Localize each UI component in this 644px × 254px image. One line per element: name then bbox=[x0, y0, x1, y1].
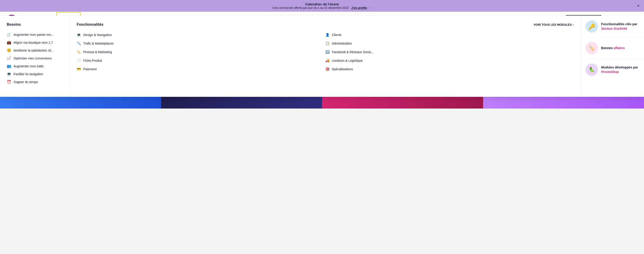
tag-icon: 🏷️ bbox=[77, 50, 81, 54]
besoins-title: Besoins bbox=[7, 22, 63, 26]
promo-accent-prestashop: PrestaShop bbox=[601, 70, 619, 74]
admin-icon: 📋 bbox=[326, 41, 330, 45]
target-icon: 🎯 bbox=[326, 67, 330, 71]
promo-text-bonnes-affaires: Bonnes affaires bbox=[601, 46, 625, 50]
fonc-label-promos: Promos & Marketing bbox=[83, 50, 112, 54]
fonc-label-trafic: Trafic & Marketplaces bbox=[83, 42, 114, 45]
person-icon: 👤 bbox=[326, 33, 330, 37]
fonc-item-facebook[interactable]: ↗️ Facebook & Réseaux Socia... bbox=[326, 48, 574, 56]
fonc-item-trafic[interactable]: 🔍 Trafic & Marketplaces bbox=[77, 39, 326, 48]
promo-text-modules-dev: Modules développés parPrestaShop bbox=[601, 65, 638, 74]
fonc-item-admin[interactable]: 📋 Administration bbox=[326, 39, 574, 48]
fonc-right-col: 👤 Clients 📋 Administration ↗️ Facebook &… bbox=[326, 31, 574, 73]
voir-tous-link[interactable]: VOIR TOUS LES MODULES › bbox=[534, 23, 574, 26]
dropdown-promo-col: 🔑 Fonctionnalités clés parSecteur d'acti… bbox=[581, 16, 644, 97]
banner-subtitle-text: Une commande offerte par jour du 1 au 31… bbox=[272, 6, 349, 9]
banner-title: Calendrier de l'Avent bbox=[9, 2, 635, 6]
fonc-item-fiche[interactable]: 📄 Fiche Produit bbox=[77, 56, 326, 65]
fonc-item-promos[interactable]: 🏷️ Promos & Marketing bbox=[77, 48, 326, 56]
promo-circle-deals: 🏷️ bbox=[586, 42, 598, 54]
file-icon: 📄 bbox=[77, 59, 81, 63]
promo-circle-keys: 🔑 bbox=[586, 20, 598, 33]
fonc-item-design[interactable]: 💻 Design & Navigation bbox=[77, 31, 326, 39]
besoins-item-6[interactable]: ⏰ Gagner du temps bbox=[7, 78, 63, 86]
fonc-left-col: 💻 Design & Navigation 🔍 Trafic & Marketp… bbox=[77, 31, 326, 73]
chevron-right-icon: › bbox=[573, 23, 574, 26]
smile-icon: 😊 bbox=[7, 48, 11, 52]
fonc-header: Fonctionnalités VOIR TOUS LES MODULES › bbox=[77, 22, 574, 26]
fonc-label-spec: Spécialisations bbox=[332, 67, 353, 71]
besoins-item-5[interactable]: 💻 Faciliter la navigation bbox=[7, 70, 63, 78]
laptop-icon: 💻 bbox=[7, 72, 11, 76]
mega-dropdown: Besoins 🛒 Augmenter mon panier mo... 💼 M… bbox=[0, 16, 644, 97]
dropdown-fonc-col: Fonctionnalités VOIR TOUS LES MODULES › … bbox=[70, 16, 581, 97]
besoins-label-2: Améliorer la satisfaction cli... bbox=[14, 49, 54, 52]
search-icon: 🔍 bbox=[77, 41, 81, 45]
fonc-item-paiement[interactable]: 💳 Paiement bbox=[77, 65, 326, 73]
besoins-item-3[interactable]: 📈 Optimiser mes conversions bbox=[7, 54, 63, 62]
fonc-label-facebook: Facebook & Réseaux Socia... bbox=[332, 50, 374, 54]
promo-item-bonnes-affaires[interactable]: 🏷️ Bonnes affaires bbox=[581, 37, 644, 59]
fonc-label-paiement: Paiement bbox=[83, 67, 96, 71]
banner-subtitle: Une commande offerte par jour du 1 au 31… bbox=[9, 6, 635, 9]
key-icon: 🔑 bbox=[588, 23, 595, 30]
promo-item-fonc-cles[interactable]: 🔑 Fonctionnalités clés parSecteur d'acti… bbox=[581, 16, 644, 37]
top-banner: Calendrier de l'Avent Une commande offer… bbox=[0, 0, 644, 12]
fonc-label-livraison: Livraison & Logistique bbox=[332, 59, 363, 62]
card-icon: 💳 bbox=[77, 67, 81, 71]
users-icon: 👥 bbox=[7, 64, 11, 68]
monitor-icon: 💻 bbox=[77, 33, 81, 37]
banner-arrow: → bbox=[369, 6, 372, 9]
promo-circle-ps: 🦜 bbox=[586, 64, 598, 76]
promo-accent-secteur: Secteur d'activité bbox=[601, 27, 627, 30]
fonc-label-clients: Clients bbox=[332, 33, 342, 37]
fonc-label-design: Design & Navigation bbox=[83, 33, 112, 37]
besoins-label-3: Optimiser mes conversions bbox=[14, 57, 52, 60]
besoins-item-0[interactable]: 🛒 Augmenter mon panier mo... bbox=[7, 31, 63, 38]
clock-icon: ⏰ bbox=[7, 80, 11, 84]
fonc-label-fiche: Fiche Produit bbox=[83, 59, 102, 62]
fonc-item-spec[interactable]: 🎯 Spécialisations bbox=[326, 65, 574, 73]
besoins-label-5: Faciliter la navigation bbox=[14, 72, 43, 76]
voir-tous-text: VOIR TOUS LES MODULES bbox=[534, 23, 572, 26]
deal-icon: 🏷️ bbox=[589, 45, 595, 51]
truck-icon: 🚚 bbox=[326, 59, 330, 63]
besoins-item-4[interactable]: 👥 Augmenter mon trafic bbox=[7, 62, 63, 70]
besoins-item-1[interactable]: 💼 Migrer ma boutique vers 1.7 bbox=[7, 38, 63, 46]
besoins-label-6: Gagner du temps bbox=[14, 80, 38, 84]
banner-close-button[interactable]: × bbox=[637, 3, 640, 8]
banner-link[interactable]: J'en profite bbox=[351, 6, 367, 9]
besoins-label-4: Augmenter mon trafic bbox=[14, 64, 44, 68]
chart-icon: 📈 bbox=[7, 56, 11, 60]
promo-text-fonc-cles: Fonctionnalités clés parSecteur d'activi… bbox=[601, 22, 637, 31]
briefcase-icon: 💼 bbox=[7, 40, 11, 45]
promo-accent-affaires: affaires bbox=[614, 46, 625, 50]
fonc-item-clients[interactable]: 👤 Clients bbox=[326, 31, 574, 39]
promo-item-modules-dev[interactable]: 🦜 Modules développés parPrestaShop bbox=[581, 59, 644, 80]
besoins-item-2[interactable]: 😊 Améliorer la satisfaction cli... bbox=[7, 46, 63, 54]
besoins-label-1: Migrer ma boutique vers 1.7 bbox=[14, 41, 53, 44]
dropdown-besoins-col: Besoins 🛒 Augmenter mon panier mo... 💼 M… bbox=[0, 16, 70, 97]
cart-icon-besoin: 🛒 bbox=[7, 32, 11, 37]
fonc-grid: 💻 Design & Navigation 🔍 Trafic & Marketp… bbox=[77, 31, 574, 73]
fonc-label-admin: Administration bbox=[332, 42, 352, 45]
prestashop-icon: 🦜 bbox=[589, 67, 595, 73]
fonc-item-livraison[interactable]: 🚚 Livraison & Logistique bbox=[326, 56, 574, 65]
fonc-title: Fonctionnalités bbox=[77, 22, 103, 26]
besoins-label-0: Augmenter mon panier mo... bbox=[14, 33, 54, 36]
share-icon: ↗️ bbox=[326, 50, 330, 54]
